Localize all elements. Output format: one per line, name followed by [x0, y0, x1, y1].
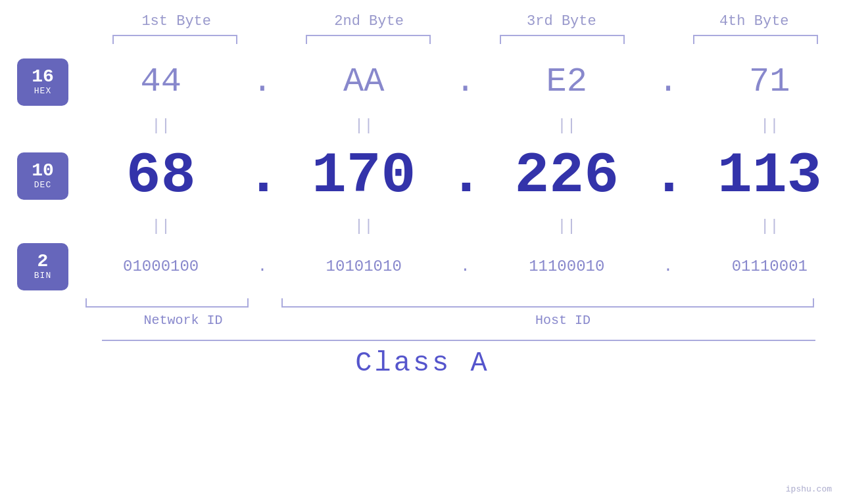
host-id-label: Host ID: [281, 313, 845, 328]
dec-dot3: .: [652, 147, 685, 205]
bin-dot3: .: [652, 258, 685, 275]
badge-slot-dec: 10 DEC: [0, 152, 85, 200]
eq1-2: ||: [298, 117, 429, 135]
eq1-4: ||: [704, 117, 835, 135]
hex-byte3: E2: [501, 62, 633, 101]
hex-byte1: 44: [95, 62, 227, 101]
dec-dot1: .: [246, 147, 279, 205]
bracket-byte3: [500, 35, 625, 44]
eq2-3: ||: [501, 218, 633, 235]
bin-byte3: 11100010: [501, 258, 633, 275]
network-id-bracket: [85, 298, 249, 308]
dec-byte2: 170: [298, 147, 429, 205]
class-separator-line: [102, 340, 815, 341]
hex-base-label: HEX: [34, 86, 51, 96]
byte2-header: 2nd Byte: [303, 13, 435, 30]
bin-dot2: .: [448, 258, 481, 275]
hex-badge: 16 HEX: [17, 58, 68, 106]
hex-dot3: .: [652, 62, 685, 101]
bin-base-label: BIN: [34, 271, 51, 281]
hex-base-number: 16: [32, 68, 54, 86]
byte1-header: 1st Byte: [110, 13, 242, 30]
network-id-label: Network ID: [85, 313, 281, 328]
eq1-3: ||: [501, 117, 633, 135]
dec-base-number: 10: [32, 162, 54, 180]
host-id-bracket: [281, 298, 814, 308]
hex-byte2: AA: [298, 62, 429, 101]
dec-byte4: 113: [704, 147, 835, 205]
main-container: 1st Byte 2nd Byte 3rd Byte 4th Byte 16 H…: [0, 0, 845, 504]
bin-byte2: 10101010: [298, 258, 429, 275]
bin-dot1: .: [246, 258, 279, 275]
eq2-1: ||: [95, 218, 227, 235]
bin-badge: 2 BIN: [17, 243, 68, 290]
dec-byte3: 226: [501, 147, 633, 205]
bin-byte1: 01000100: [95, 258, 227, 275]
badge-slot-hex: 16 HEX: [0, 58, 85, 106]
dec-dot2: .: [448, 147, 481, 205]
byte4-header: 4th Byte: [688, 13, 820, 30]
watermark: ipshu.com: [786, 484, 832, 494]
hex-dot2: .: [448, 62, 481, 101]
dec-badge: 10 DEC: [17, 152, 68, 200]
eq1-1: ||: [95, 117, 227, 135]
bin-byte4: 01110001: [704, 258, 835, 275]
bracket-byte1: [112, 35, 237, 44]
hex-dot1: .: [246, 62, 279, 101]
bracket-byte2: [306, 35, 431, 44]
eq2-2: ||: [298, 218, 429, 235]
bracket-byte4: [693, 35, 818, 44]
class-label: Class A: [355, 348, 489, 379]
hex-byte4: 71: [704, 62, 835, 101]
byte3-header: 3rd Byte: [496, 13, 627, 30]
badge-slot-bin: 2 BIN: [0, 243, 85, 290]
dec-base-label: DEC: [34, 180, 51, 190]
bin-base-number: 2: [37, 252, 49, 271]
dec-byte1: 68: [95, 147, 227, 205]
eq2-4: ||: [704, 218, 835, 235]
